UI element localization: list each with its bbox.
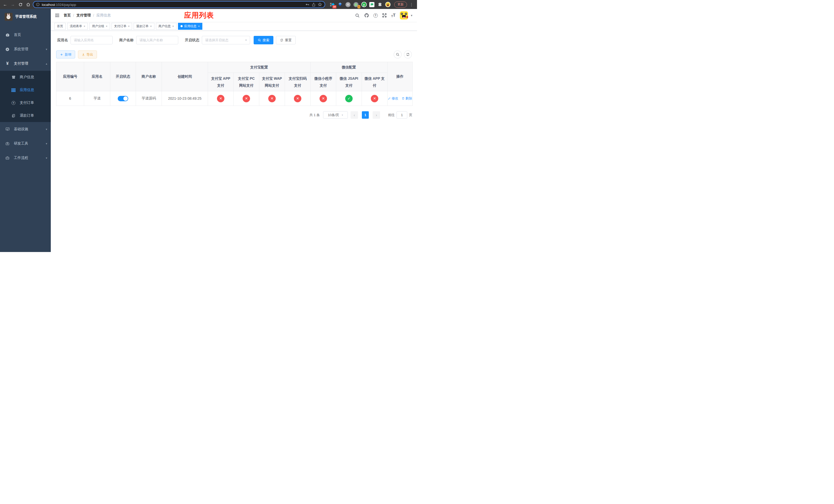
tab-app-info[interactable]: 应用信息 ×	[178, 23, 202, 30]
sidebar-item-workflow[interactable]: 工作流程 ▾	[0, 151, 51, 165]
tab-close-icon[interactable]: ×	[84, 25, 85, 28]
font-size-icon[interactable]: TT	[391, 13, 396, 18]
tab-close-icon[interactable]: ×	[150, 25, 152, 28]
avatar-caret-icon[interactable]: ▼	[410, 14, 413, 17]
browser-menu-icon[interactable]: ⋮	[410, 2, 413, 7]
merchant-name-label: 商户名称	[119, 38, 134, 43]
edit-link[interactable]: 修改	[388, 96, 398, 101]
add-button[interactable]: 新增	[56, 50, 75, 59]
extension-command-icon[interactable]: ⌘	[345, 2, 351, 7]
status-select[interactable]: 请选择开启状态 ▾	[202, 36, 250, 44]
app-name-input[interactable]	[70, 36, 113, 44]
tab-user-group[interactable]: 用户分组 ×	[89, 23, 110, 30]
cell-app-id: 6	[57, 91, 84, 106]
yen-icon: ¥	[5, 61, 10, 66]
top-navbar: 首页 / 支付管理 / 应用信息 应用列表 ? TT	[51, 9, 417, 22]
status-toggle[interactable]	[118, 96, 128, 101]
sidebar-item-home[interactable]: 首页	[0, 28, 51, 42]
breadcrumb: 首页 / 支付管理 / 应用信息	[64, 13, 111, 18]
password-key-icon[interactable]	[305, 2, 310, 7]
show-search-toggle-button[interactable]	[394, 50, 402, 59]
export-button[interactable]: 导出	[78, 50, 97, 59]
sidebar-item-label: 应用信息	[20, 88, 34, 92]
col-header-actions: 操作	[388, 62, 413, 91]
chevron-down-icon: ▾	[46, 156, 47, 160]
fullscreen-icon[interactable]	[382, 13, 387, 18]
next-page-button[interactable]: ›	[373, 111, 380, 119]
browser-forward-button[interactable]: →	[10, 2, 16, 8]
url-text: localhost:1024/pay/app	[42, 2, 76, 7]
tab-process-form[interactable]: 流程表单 ×	[67, 23, 88, 30]
sidebar-item-infra[interactable]: 基础设施 ▾	[0, 122, 51, 136]
extension-dot-icon[interactable]: 1	[353, 2, 359, 7]
bookmark-star-icon[interactable]	[318, 2, 322, 7]
github-icon[interactable]	[364, 13, 369, 18]
user-avatar[interactable]	[400, 11, 408, 20]
sidebar-item-system[interactable]: 系统管理 ▾	[0, 42, 51, 56]
extensions-puzzle-icon[interactable]	[377, 2, 382, 7]
app-name-label: 应用名	[57, 38, 68, 43]
app-table: 应用编号 应用名 开启状态 商户名称 创建时间 支付宝配置 微信配置 操作 支付…	[56, 62, 413, 106]
sidebar-logo[interactable]: 芋道管理系统	[0, 10, 51, 23]
refresh-table-button[interactable]	[404, 50, 412, 59]
sidebar-item-refund-orders[interactable]: 退款订单	[0, 109, 51, 122]
monitor-icon	[5, 127, 10, 132]
breadcrumb-payment[interactable]: 支付管理	[76, 13, 91, 18]
prev-page-button[interactable]: ‹	[351, 111, 358, 119]
tab-merchant-info[interactable]: 商户信息 ×	[156, 23, 176, 30]
goto-label: 前往	[388, 113, 395, 117]
search-button[interactable]: 搜索	[254, 36, 273, 44]
col-header-alipay-pc: 支付宝 PC 网站支付	[234, 73, 259, 91]
browser-reload-button[interactable]	[18, 2, 24, 8]
sidebar-item-label: 商户信息	[20, 75, 34, 79]
extension-chat-icon[interactable]	[369, 2, 375, 7]
status-label: 开启状态	[185, 38, 199, 43]
tab-refund-orders[interactable]: 退款订单 ×	[134, 23, 154, 30]
tab-close-icon[interactable]: ×	[128, 25, 130, 28]
reset-button[interactable]: 重置	[276, 36, 296, 44]
extension-blocks-icon[interactable]: 10	[329, 2, 335, 7]
extension-gem-icon[interactable]	[337, 2, 343, 7]
tab-close-icon[interactable]: ×	[172, 25, 174, 28]
sidebar-item-merchant-info[interactable]: 商户信息	[0, 71, 51, 84]
active-tab-dot	[180, 25, 182, 27]
status-icon-cross: ✕	[268, 95, 276, 102]
tab-close-icon[interactable]: ×	[198, 25, 199, 28]
status-icon-cross: ✕	[243, 95, 250, 102]
browser-back-button[interactable]: ←	[2, 2, 8, 8]
sidebar-item-payment[interactable]: ¥ 支付管理 ▴	[0, 56, 51, 71]
profile-emoji-icon[interactable]	[385, 2, 391, 7]
browser-toolbar: ← → localhost:1024/pay/app 10 ⌘ 1	[0, 0, 417, 9]
page-info-icon[interactable]	[36, 3, 40, 6]
download-icon	[82, 53, 85, 56]
tab-label: 应用信息	[184, 24, 196, 28]
sidebar-item-dev-tools[interactable]: 研发工具 ▾	[0, 136, 51, 151]
chevron-down-icon: ▾	[46, 128, 47, 131]
tab-pay-orders[interactable]: 支付订单 ×	[112, 23, 132, 30]
merchant-name-input[interactable]	[136, 36, 178, 44]
page-title-annotation: 应用列表	[184, 10, 214, 20]
tab-close-icon[interactable]: ×	[106, 25, 107, 28]
page-number-1[interactable]: 1	[362, 111, 369, 119]
share-icon[interactable]	[312, 3, 316, 7]
sidebar-item-app-info[interactable]: 应用信息	[0, 84, 51, 96]
chevron-down-icon: ▾	[46, 142, 47, 145]
address-bar[interactable]: localhost:1024/pay/app	[33, 1, 325, 8]
search-icon[interactable]	[355, 13, 360, 18]
delete-link[interactable]: 删除	[402, 96, 412, 101]
status-icon-cross: ✕	[320, 95, 327, 102]
sidebar-collapse-icon[interactable]	[54, 13, 60, 18]
help-icon[interactable]: ?	[373, 13, 378, 18]
page-size-select[interactable]: 10条/页 ▾	[323, 111, 348, 119]
status-icon-cross: ✕	[294, 95, 301, 102]
cell-app-name: 芋道	[84, 91, 110, 106]
goto-page-input[interactable]	[396, 111, 407, 119]
extension-badge-2: 1	[357, 5, 360, 8]
browser-home-button[interactable]	[25, 2, 31, 8]
goto-suffix-label: 页	[409, 113, 412, 117]
extension-yudao-icon[interactable]: y	[361, 2, 367, 7]
browser-update-button[interactable]: 更新	[394, 2, 407, 8]
breadcrumb-home[interactable]: 首页	[64, 13, 71, 18]
sidebar-item-pay-orders[interactable]: ¥ 支付订单	[0, 96, 51, 109]
tab-home[interactable]: 首页	[54, 23, 66, 30]
